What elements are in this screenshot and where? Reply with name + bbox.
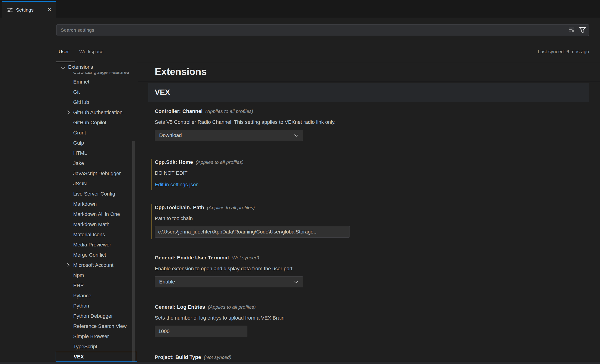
chevron-down-icon	[294, 133, 298, 137]
log-entries-input[interactable]	[155, 326, 247, 337]
toc-item-label: Markdown All in One	[73, 211, 120, 217]
channel-select-value: Download	[159, 132, 295, 138]
setting-category: Cpp.Sdk:	[155, 159, 177, 165]
toc-item-label: PHP	[73, 282, 84, 289]
toc-item-live-server-config[interactable]: Live Server Config	[56, 189, 137, 199]
toc-item-label: Git	[73, 89, 80, 95]
toc-item-merge-conflict[interactable]: Merge Conflict	[56, 250, 137, 260]
toc-list: EmmetGitGitHubGitHub AuthenticationGitHu…	[56, 77, 137, 362]
toc-item-label: JavaScript Debugger	[73, 171, 121, 177]
page-title: Extensions	[155, 66, 207, 77]
chevron-right-icon	[66, 263, 70, 267]
toc-item-grunt[interactable]: Grunt	[56, 128, 137, 138]
toc-item-label: Markdown	[73, 201, 97, 207]
setting-cppsdk-home: Cpp.Sdk:Home(Applies to all profiles) DO…	[151, 159, 589, 188]
toc-item-label: Live Server Config	[73, 191, 115, 197]
toc-item-reference-search-view[interactable]: Reference Search View	[56, 321, 137, 331]
setting-category: Cpp.Toolchain:	[155, 205, 191, 210]
settings-toc: Extensions CSS Language Features EmmetGi…	[56, 63, 137, 364]
channel-select[interactable]: Download	[155, 130, 303, 141]
setting-description: DO NOT EDIT	[155, 170, 589, 177]
heading-shadow	[138, 81, 600, 82]
setting-label: Cpp.Toolchain:Path(Applies to all profil…	[155, 204, 589, 211]
filter-icon[interactable]	[579, 26, 586, 34]
active-tab-underline	[56, 62, 75, 62]
last-synced-status: Last synced: 6 mos ago	[538, 49, 589, 54]
user-terminal-select-value: Enable	[159, 279, 295, 285]
setting-label: Project:Build Type(Not synced)	[155, 354, 589, 361]
setting-scope: (Not synced)	[204, 355, 231, 360]
bottom-strip	[0, 362, 600, 364]
setting-description: Path to toolchain	[155, 215, 589, 222]
toc-item-git[interactable]: Git	[56, 87, 137, 97]
toc-item-python[interactable]: Python	[56, 301, 137, 311]
toc-item-microsoft-account[interactable]: Microsoft Account	[56, 260, 137, 270]
close-icon[interactable]: ✕	[47, 7, 52, 12]
user-terminal-select[interactable]: Enable	[155, 276, 303, 287]
toc-item-vex[interactable]: VEX	[56, 352, 137, 362]
setting-category: Project:	[155, 354, 174, 360]
setting-category: Controller:	[155, 108, 181, 114]
toc-clipped-label: CSS Language Features	[73, 72, 137, 76]
editor-tab-bar: Settings ✕	[0, 0, 600, 18]
toc-item-label: Material Icons	[73, 232, 105, 238]
setting-label: Cpp.Sdk:Home(Applies to all profiles)	[155, 159, 589, 166]
search-input[interactable]	[60, 27, 569, 33]
setting-name: Home	[179, 159, 193, 165]
toc-item-javascript-debugger[interactable]: JavaScript Debugger	[56, 168, 137, 179]
toc-item-label: GitHub Copilot	[73, 120, 106, 126]
toc-root-label: Extensions	[68, 64, 93, 70]
toc-root-extensions[interactable]: Extensions	[56, 63, 137, 72]
clear-search-results-icon[interactable]	[569, 26, 576, 34]
toc-item-jake[interactable]: Jake	[56, 158, 137, 168]
setting-project-build-type: Project:Build Type(Not synced)	[151, 354, 589, 361]
setting-name: Log Entries	[177, 304, 205, 310]
toc-item-markdown-all-in-one[interactable]: Markdown All in One	[56, 209, 137, 219]
toc-item-github-copilot[interactable]: GitHub Copilot	[56, 118, 137, 128]
toc-item-label: GitHub Authentication	[73, 109, 122, 116]
section-title: VEX	[155, 88, 170, 97]
toc-item-emmet[interactable]: Emmet	[56, 77, 137, 87]
toc-item-markdown[interactable]: Markdown	[56, 199, 137, 209]
setting-label: General:Log Entries(Applies to all profi…	[155, 304, 589, 310]
edit-in-settings-json-link[interactable]: Edit in settings.json	[155, 182, 199, 188]
setting-scope: (Applies to all profiles)	[207, 205, 255, 210]
settings-tab[interactable]: Settings ✕	[2, 1, 56, 18]
toc-item-clipped[interactable]: CSS Language Features	[56, 72, 137, 77]
toc-item-material-icons[interactable]: Material Icons	[56, 229, 137, 240]
toc-item-json[interactable]: JSON	[56, 179, 137, 189]
chevron-down-icon	[61, 65, 65, 69]
setting-label: General:Enable User Terminal(Not synced)	[155, 254, 589, 261]
setting-description: Sets V5 Controller Radio Channel. This s…	[155, 119, 589, 126]
toc-item-github-authentication[interactable]: GitHub Authentication	[56, 107, 137, 118]
toc-item-label: Media Previewer	[73, 242, 111, 248]
toc-item-php[interactable]: PHP	[56, 281, 137, 291]
toc-item-pylance[interactable]: Pylance	[56, 291, 137, 301]
toc-scrollbar[interactable]	[132, 141, 135, 364]
toc-item-markdown-math[interactable]: Markdown Math	[56, 219, 137, 229]
settings-search-bar	[56, 24, 589, 36]
toc-item-simple-browser[interactable]: Simple Browser	[56, 331, 137, 342]
modified-indicator	[151, 159, 152, 190]
toc-item-label: Reference Search View	[73, 323, 127, 329]
chevron-right-icon	[66, 111, 70, 115]
toc-item-python-debugger[interactable]: Python Debugger	[56, 311, 137, 321]
scope-divider	[56, 63, 600, 63]
tab-title: Settings	[16, 7, 34, 13]
toc-item-npm[interactable]: Npm	[56, 270, 137, 281]
toc-item-typescript[interactable]: TypeScript	[56, 342, 137, 352]
toc-item-github[interactable]: GitHub	[56, 97, 137, 107]
section-header-vex: VEX	[148, 83, 589, 102]
toc-item-gulp[interactable]: Gulp	[56, 138, 137, 148]
toc-item-html[interactable]: HTML	[56, 148, 137, 158]
setting-category: General:	[155, 255, 175, 261]
toc-item-label: Python	[73, 303, 89, 309]
toc-item-label: VEX	[74, 354, 84, 360]
toc-item-media-previewer[interactable]: Media Previewer	[56, 240, 137, 250]
tab-workspace[interactable]: Workspace	[79, 49, 103, 54]
setting-log-entries: General:Log Entries(Applies to all profi…	[151, 304, 589, 337]
toc-item-label: TypeScript	[73, 344, 97, 350]
tab-user[interactable]: User	[59, 49, 69, 54]
setting-scope: (Applies to all profiles)	[196, 159, 244, 165]
toolchain-path-input[interactable]	[155, 226, 350, 238]
